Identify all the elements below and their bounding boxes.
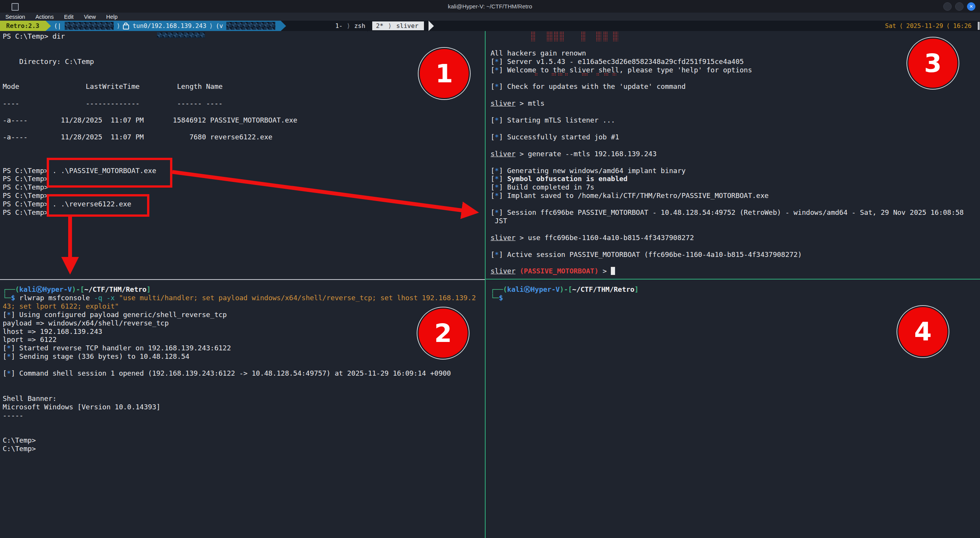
scroll-indicator[interactable]: [978, 22, 980, 30]
maximize-button[interactable]: [955, 2, 964, 11]
tmux-status-bar: Retro:2.3 (| ⟩ tun0/192.168.139.243 ⟩ (v…: [0, 21, 980, 31]
redacted-ip-blur: [226, 22, 275, 30]
redacted-banner-dots: [604, 73, 609, 75]
kali-terminal-window: kali@Hyper-V: ~/CTF/THM/Retro ✕ Session …: [0, 0, 980, 538]
close-button[interactable]: ✕: [967, 2, 975, 11]
chevron-right-icon: ⟩: [117, 22, 119, 29]
window-title: kali@Hyper-V: ~/CTF/THM/Retro: [0, 3, 980, 10]
minimize-button[interactable]: [943, 2, 952, 11]
msfconsole-pane[interactable]: ┌──(kaliⓀHyper-V)-[~/CTF/THM/Retro]└─$ r…: [3, 285, 483, 453]
redacted-banner-dots: [565, 73, 568, 75]
redacted-banner-dots: [582, 73, 587, 75]
step-circle-1: 1: [420, 49, 469, 98]
menu-session[interactable]: Session: [5, 14, 25, 20]
step-circle-2: 2: [419, 309, 468, 358]
chevron-left-icon: ⟨: [900, 22, 902, 29]
menu-help[interactable]: Help: [106, 14, 118, 20]
chevron-left-icon: ⟨: [947, 22, 949, 29]
redacted-banner-block: [581, 31, 586, 41]
redacted-blur: [157, 32, 205, 38]
redacted-banner-dots: [558, 73, 563, 75]
redacted-banner-block: [596, 31, 601, 41]
redacted-prefix: (|: [54, 22, 61, 29]
vpn-lock-icon: [123, 25, 129, 29]
titlebar: kali@Hyper-V: ~/CTF/THM/Retro ✕: [0, 0, 980, 13]
highlight-box-reverse6122: [47, 194, 149, 217]
redacted-banner-block: [613, 31, 618, 41]
tmux-window-list: 1- ⟩ zsh 2* ⟩ sliver: [335, 21, 434, 31]
redacted-prefix: (v: [216, 22, 223, 29]
tmux-clock: Sat ⟨ 2025-11-29 ⟨ 16:26: [885, 21, 972, 31]
redacted-banner-block: [560, 31, 564, 41]
window-name: sliver: [396, 22, 419, 29]
redacted-banner-dots: [612, 73, 616, 75]
redacted-banner-block: [531, 31, 536, 41]
date-label: 2025-11-29: [906, 22, 943, 29]
redacted-banner-block: [546, 31, 553, 41]
redacted-banner-dots: [551, 73, 556, 75]
powerline-arrow-icon: [429, 21, 434, 31]
day-label: Sat: [885, 22, 896, 29]
redacted-banner-dots: [535, 73, 538, 75]
window-index: 1-: [335, 22, 342, 29]
chevron-right-icon: ⟩: [388, 22, 392, 29]
menubar: Session Actions Edit View Help: [0, 13, 980, 21]
sliver-pane[interactable]: All hackers gain renown[*] Server v1.5.4…: [491, 32, 979, 275]
step-circle-4: 4: [898, 307, 947, 356]
step-circle-3: 3: [908, 39, 957, 88]
chevron-right-icon: ⟩: [210, 22, 212, 29]
redacted-banner-block: [603, 31, 608, 41]
powerline-arrow-icon: [46, 21, 51, 31]
tmux-window-2-sliver[interactable]: 2* ⟩ sliver: [372, 21, 424, 30]
menu-edit[interactable]: Edit: [64, 14, 74, 20]
redacted-banner-block: [554, 31, 559, 41]
window-name: zsh: [354, 22, 365, 29]
shell-pane[interactable]: ┌──(kaliⓀHyper-V)-[~/CTF/THM/Retro]└─$: [491, 285, 979, 302]
powershell-pane[interactable]: PS C:\Temp> dir Directory: C:\Temp Mode …: [3, 32, 483, 217]
tmux-session-name: Retro:2.3: [0, 21, 46, 31]
terminal-app-icon: [11, 3, 19, 11]
pane-divider-horizontal-right[interactable]: [486, 279, 980, 280]
pane-divider-horizontal-left[interactable]: [0, 279, 485, 280]
time-label: 16:26: [953, 22, 972, 29]
powerline-arrow-icon: [281, 21, 286, 31]
vpn-interface-label: tun0/192.168.139.243: [133, 22, 206, 29]
window-index: 2*: [376, 22, 383, 29]
redacted-banner-dots: [596, 73, 600, 75]
menu-view[interactable]: View: [84, 14, 96, 20]
menu-actions[interactable]: Actions: [36, 14, 54, 20]
tmux-status-left: (| ⟩ tun0/192.168.139.243 ⟩ (v: [46, 21, 281, 31]
pane-divider-vertical[interactable]: [485, 31, 486, 538]
tmux-window-1-zsh[interactable]: 1- ⟩ zsh: [335, 22, 365, 29]
highlight-box-passive-motorboat: [47, 158, 172, 188]
chevron-right-icon: ⟩: [347, 22, 350, 29]
redacted-hostname-blur: [65, 22, 114, 30]
